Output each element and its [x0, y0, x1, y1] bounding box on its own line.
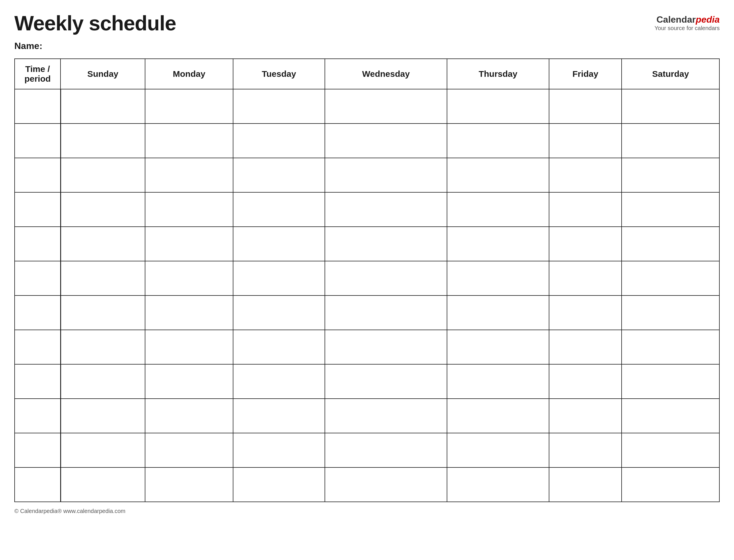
schedule-cell[interactable] [622, 261, 719, 295]
schedule-cell[interactable] [60, 192, 145, 227]
schedule-cell[interactable] [145, 330, 233, 364]
schedule-cell[interactable] [233, 261, 325, 295]
schedule-cell[interactable] [325, 295, 447, 330]
schedule-cell[interactable] [233, 124, 325, 158]
schedule-cell[interactable] [549, 261, 622, 295]
schedule-cell[interactable] [447, 399, 549, 433]
schedule-cell[interactable] [447, 433, 549, 467]
schedule-cell[interactable] [549, 89, 622, 124]
schedule-cell[interactable] [549, 433, 622, 467]
schedule-cell[interactable] [233, 192, 325, 227]
schedule-cell[interactable] [447, 364, 549, 399]
schedule-cell[interactable] [325, 124, 447, 158]
schedule-cell[interactable] [60, 89, 145, 124]
schedule-cell[interactable] [233, 399, 325, 433]
schedule-cell[interactable] [233, 467, 325, 502]
schedule-cell[interactable] [622, 467, 719, 502]
schedule-cell[interactable] [60, 227, 145, 261]
time-cell[interactable] [15, 433, 60, 467]
logo: Calendarpedia [655, 14, 720, 25]
schedule-cell[interactable] [60, 467, 145, 502]
schedule-cell[interactable] [145, 124, 233, 158]
schedule-cell[interactable] [622, 330, 719, 364]
time-cell[interactable] [15, 192, 60, 227]
logo-tagline: Your source for calendars [655, 25, 720, 32]
schedule-cell[interactable] [622, 89, 719, 124]
schedule-cell[interactable] [145, 227, 233, 261]
schedule-cell[interactable] [447, 89, 549, 124]
schedule-cell[interactable] [447, 467, 549, 502]
schedule-cell[interactable] [233, 295, 325, 330]
table-row [15, 89, 719, 124]
schedule-cell[interactable] [549, 330, 622, 364]
schedule-cell[interactable] [549, 467, 622, 502]
schedule-cell[interactable] [145, 295, 233, 330]
schedule-cell[interactable] [60, 124, 145, 158]
schedule-cell[interactable] [549, 192, 622, 227]
schedule-cell[interactable] [60, 261, 145, 295]
time-cell[interactable] [15, 158, 60, 192]
time-cell[interactable] [15, 227, 60, 261]
schedule-cell[interactable] [622, 192, 719, 227]
schedule-cell[interactable] [60, 433, 145, 467]
schedule-cell[interactable] [325, 227, 447, 261]
schedule-cell[interactable] [60, 364, 145, 399]
schedule-cell[interactable] [145, 192, 233, 227]
schedule-cell[interactable] [325, 399, 447, 433]
schedule-cell[interactable] [233, 364, 325, 399]
schedule-cell[interactable] [60, 399, 145, 433]
schedule-cell[interactable] [549, 124, 622, 158]
schedule-cell[interactable] [325, 433, 447, 467]
time-cell[interactable] [15, 364, 60, 399]
schedule-cell[interactable] [325, 467, 447, 502]
schedule-cell[interactable] [447, 192, 549, 227]
schedule-cell[interactable] [60, 158, 145, 192]
schedule-cell[interactable] [60, 295, 145, 330]
schedule-cell[interactable] [145, 89, 233, 124]
schedule-cell[interactable] [145, 433, 233, 467]
schedule-cell[interactable] [145, 158, 233, 192]
schedule-cell[interactable] [447, 158, 549, 192]
schedule-cell[interactable] [325, 330, 447, 364]
schedule-cell[interactable] [622, 433, 719, 467]
schedule-cell[interactable] [622, 399, 719, 433]
schedule-cell[interactable] [60, 330, 145, 364]
time-cell[interactable] [15, 399, 60, 433]
schedule-cell[interactable] [325, 364, 447, 399]
time-cell[interactable] [15, 124, 60, 158]
time-cell[interactable] [15, 330, 60, 364]
time-cell[interactable] [15, 295, 60, 330]
schedule-cell[interactable] [325, 192, 447, 227]
schedule-cell[interactable] [233, 158, 325, 192]
schedule-cell[interactable] [233, 227, 325, 261]
schedule-cell[interactable] [325, 158, 447, 192]
schedule-cell[interactable] [447, 261, 549, 295]
schedule-cell[interactable] [622, 364, 719, 399]
schedule-cell[interactable] [325, 89, 447, 124]
time-cell[interactable] [15, 467, 60, 502]
schedule-cell[interactable] [233, 330, 325, 364]
schedule-cell[interactable] [447, 295, 549, 330]
schedule-cell[interactable] [145, 364, 233, 399]
schedule-cell[interactable] [145, 261, 233, 295]
schedule-cell[interactable] [549, 364, 622, 399]
schedule-cell[interactable] [447, 124, 549, 158]
schedule-cell[interactable] [549, 158, 622, 192]
schedule-cell[interactable] [233, 433, 325, 467]
schedule-cell[interactable] [325, 261, 447, 295]
schedule-cell[interactable] [622, 124, 719, 158]
schedule-cell[interactable] [549, 227, 622, 261]
time-cell[interactable] [15, 261, 60, 295]
schedule-table: Time / period Sunday Monday Tuesday Wedn… [14, 58, 720, 502]
schedule-cell[interactable] [622, 158, 719, 192]
schedule-cell[interactable] [447, 330, 549, 364]
schedule-cell[interactable] [622, 227, 719, 261]
schedule-cell[interactable] [233, 89, 325, 124]
schedule-cell[interactable] [549, 399, 622, 433]
schedule-cell[interactable] [145, 467, 233, 502]
schedule-cell[interactable] [145, 399, 233, 433]
schedule-cell[interactable] [447, 227, 549, 261]
schedule-cell[interactable] [622, 295, 719, 330]
schedule-cell[interactable] [549, 295, 622, 330]
time-cell[interactable] [15, 89, 60, 124]
